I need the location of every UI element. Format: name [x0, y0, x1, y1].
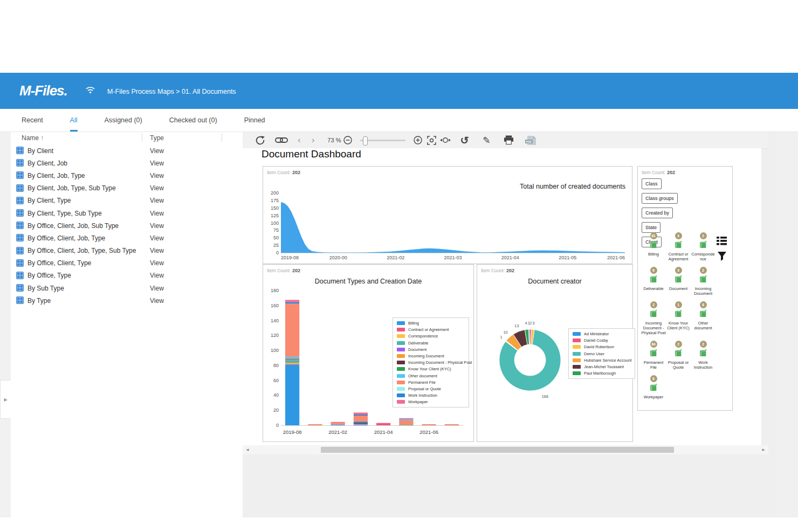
svg-text:175: 175 — [271, 198, 279, 203]
legend-label: Other document — [408, 374, 437, 378]
view-type: View — [150, 234, 164, 242]
view-row-by-office-type[interactable]: By Office, TypeView — [11, 270, 243, 282]
list-view-icon[interactable] — [717, 237, 727, 247]
fit-to-view-icon[interactable] — [425, 132, 438, 148]
view-row-by-client-job[interactable]: By Client, JobView — [11, 157, 243, 169]
view-row-by-client-job-type-sub-type[interactable]: By Client, Job, Type, Sub TypeView — [11, 182, 243, 195]
zoom-slider[interactable] — [360, 140, 405, 141]
dashboard-area: Document Dashboard Item Count:202 Total … — [243, 148, 761, 445]
scroll-left-arrow[interactable]: ◄ — [245, 447, 250, 452]
count-badge: 3 — [675, 267, 682, 274]
tab-pinned[interactable]: Pinned — [244, 109, 265, 132]
document-type-know-your-client-kyc[interactable]: 1Know Your Client (KYC) — [666, 301, 691, 335]
svg-text:4: 4 — [525, 321, 527, 326]
view-row-by-client-type-sub-type[interactable]: By Client, Type, Sub TypeView — [11, 207, 243, 219]
left-rail: ▶ — [0, 132, 11, 517]
history-icon[interactable]: ↺ — [453, 132, 476, 148]
tab-assigned-0[interactable]: Assigned (0) — [105, 109, 142, 132]
column-divider[interactable] — [142, 134, 142, 142]
view-row-by-client-type[interactable]: By Client, TypeView — [11, 195, 243, 207]
back-icon[interactable]: ‹ — [292, 132, 306, 148]
filter-button-class-groups[interactable]: Class groups — [642, 193, 678, 204]
tab-checked-out-0[interactable]: Checked out (0) — [169, 109, 217, 132]
count-badge: 8 — [700, 301, 707, 308]
legend-swatch — [573, 338, 581, 342]
document-type-document[interactable]: 3Document — [666, 267, 691, 296]
document-type-icon — [699, 240, 708, 251]
export-pdf-icon[interactable]: PDF — [520, 132, 542, 148]
svg-text:2021-05: 2021-05 — [559, 255, 576, 260]
print-icon[interactable] — [497, 132, 520, 148]
legend-swatch — [397, 341, 405, 345]
document-type-deliverable[interactable]: 6Deliverable — [641, 267, 666, 296]
document-type-label: Work Instruction — [691, 360, 716, 370]
copy-link-icon[interactable] — [271, 132, 292, 148]
document-type-contract-or-agreement[interactable]: 3Contract or Agreement — [666, 232, 691, 261]
view-row-by-office-client-type[interactable]: By Office, Client, TypeView — [11, 257, 243, 270]
legend-swatch — [397, 348, 405, 351]
filter-button-state[interactable]: State — [642, 222, 661, 233]
document-type-label: Workpaper — [644, 395, 664, 399]
legend-label: Contract or Agreement — [408, 327, 449, 332]
view-icon — [16, 222, 24, 231]
filter-funnel-icon[interactable] — [718, 252, 726, 263]
view-row-by-client[interactable]: By ClientView — [11, 144, 243, 157]
view-icon — [16, 234, 24, 243]
actual-size-icon[interactable] — [438, 132, 453, 148]
column-divider[interactable] — [222, 134, 222, 142]
refresh-icon[interactable] — [249, 132, 271, 148]
document-type-label: Billing — [648, 252, 659, 257]
view-row-by-office-client-job-type[interactable]: By Office, Client, Job, TypeView — [11, 232, 243, 244]
document-type-incoming-document-physical-post[interactable]: 2Incoming Document - Physical Post — [641, 301, 666, 335]
app-window: M-Files. M-Files Process Maps > 01. All … — [0, 0, 798, 532]
mfiles-logo: M-Files. — [19, 82, 67, 99]
legend-swatch — [397, 334, 405, 338]
document-type-correspondence[interactable]: 2Correspondence — [691, 232, 716, 261]
legend-label: Paul Marlborough — [584, 371, 616, 376]
view-name: By Office, Client, Type — [27, 259, 91, 267]
column-header-name[interactable]: Name ↑ — [22, 134, 44, 142]
view-type: View — [150, 172, 164, 179]
document-type-proposal-or-quote[interactable]: 2Proposal or Quote — [666, 341, 691, 370]
zoom-slider-handle[interactable] — [363, 136, 368, 146]
breadcrumb[interactable]: M-Files Process Maps > 01. All Documents — [107, 88, 236, 95]
document-type-label: Correspondence — [691, 252, 716, 261]
column-header-type[interactable]: Type — [150, 134, 164, 142]
legend-swatch — [573, 371, 581, 375]
document-type-billing[interactable]: 81Billing — [641, 232, 666, 261]
view-type: View — [150, 184, 164, 192]
legend-swatch — [573, 352, 581, 356]
zoom-in-icon[interactable] — [411, 132, 425, 148]
created-documents-area-chart[interactable]: 02550751001251501752002019-082020-002021… — [265, 190, 629, 261]
document-type-icon — [699, 348, 708, 359]
view-row-by-sub-type[interactable]: By Sub TypeView — [11, 282, 243, 294]
scroll-right-arrow[interactable]: ► — [761, 447, 766, 452]
svg-text:50: 50 — [273, 235, 279, 240]
tab-all[interactable]: All — [70, 109, 78, 132]
view-row-by-office-client-job-type-sub-type[interactable]: By Office, Client, Job, Type, Sub TypeVi… — [11, 245, 243, 257]
document-type-work-instruction[interactable]: 2Work Instruction — [691, 341, 716, 370]
filter-button-created-by[interactable]: Created by — [642, 208, 673, 218]
view-row-by-client-job-type[interactable]: By Client, Job, TypeView — [11, 169, 243, 182]
view-type: View — [150, 259, 164, 267]
view-row-by-type[interactable]: By TypeView — [11, 294, 243, 307]
legend-label: Billing — [408, 321, 419, 326]
tab-recent[interactable]: Recent — [22, 109, 43, 132]
document-type-incoming-document[interactable]: 2Incoming Document — [691, 267, 716, 296]
dashboard-horizontal-scrollbar[interactable]: ◄ ► — [243, 445, 768, 454]
zoom-out-icon[interactable] — [341, 132, 355, 148]
filter-button-class[interactable]: Class — [642, 178, 662, 189]
forward-icon[interactable]: › — [306, 132, 320, 148]
document-type-workpaper[interactable]: 6Workpaper — [641, 375, 666, 399]
svg-text:140: 140 — [271, 318, 279, 323]
legend-swatch — [397, 374, 405, 378]
document-type-other-document[interactable]: 8Other document — [691, 301, 716, 335]
view-row-by-office-client-job-sub-type[interactable]: By Office, Client, Job, Sub TypeView — [11, 219, 243, 232]
donut-chart-title: Document creator — [477, 278, 632, 285]
document-type-permanent-file[interactable]: 84Permanent File — [641, 341, 666, 370]
view-name: By Client, Type — [27, 197, 71, 204]
view-name: By Sub Type — [27, 285, 64, 292]
scrollbar-thumb[interactable] — [321, 447, 674, 453]
edit-icon[interactable]: ✎ — [476, 132, 497, 148]
expand-panel-handle[interactable]: ▶ — [0, 380, 11, 419]
